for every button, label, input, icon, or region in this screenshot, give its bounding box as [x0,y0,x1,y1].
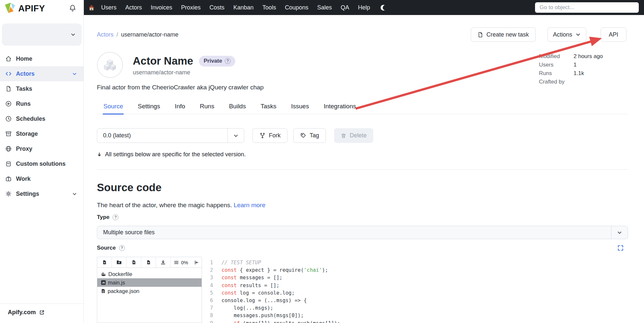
tab-settings[interactable]: Settings [137,103,161,115]
fullscreen-expand-icon[interactable] [618,245,623,251]
docker-icon [101,272,106,276]
code-text: const { expect } = require('chai'); [222,267,328,274]
js-icon: JS [101,280,106,285]
tag-button[interactable]: Tag [293,128,326,143]
zoom-control[interactable]: 0% [171,257,192,268]
version-toolbar: 0.0 (latest) Fork [97,128,373,143]
external-link-icon [39,310,45,315]
sidebar-footer-link[interactable]: Apify.com [0,303,84,316]
chevron-down-icon [70,32,76,37]
actor-title-row: Actor Name Private ? [133,55,235,67]
topnav-item-tools[interactable]: Tools [262,4,276,11]
tab-source[interactable]: Source [103,103,124,115]
topnav-item-kanban[interactable]: Kanban [233,4,253,11]
source-field-label-row: Source ? [97,245,628,251]
delete-button[interactable]: Delete [334,128,373,143]
fork-button[interactable]: Fork [253,128,287,143]
chevron-down-icon [228,133,244,138]
topnav-item-users[interactable]: Users [101,4,116,11]
code-line: 1// TEST SETUP [202,259,628,267]
sidebar-item-proxy[interactable]: Proxy [0,141,84,156]
code-line: 9 if (msgs[1]) results.push(msgs[1]); [202,320,628,323]
home-emoji-icon[interactable] [88,5,95,10]
meta-value: 1.1k [574,69,603,77]
file-item-package-json[interactable]: {}package.json [97,287,202,295]
topnav-menu: UsersActorsInvoicesProxiesCostsKanbanToo… [101,4,379,11]
clock-icon [5,115,12,122]
upload-file-icon[interactable] [127,257,141,268]
create-new-task-label: Create new task [486,31,529,38]
breadcrumb-separator: / [116,31,118,38]
sidebar-item-storage[interactable]: Storage [0,126,84,141]
go-to-object-search-input[interactable] [535,2,639,13]
notifications-bell-icon[interactable] [69,4,77,12]
meta-label: Runs [539,69,574,77]
learn-more-link[interactable]: Learn more [234,202,265,208]
tab-integrations[interactable]: Integrations [323,103,357,115]
tab-issues[interactable]: Issues [290,103,310,115]
meta-label: Crafted by [539,78,574,86]
tab-info[interactable]: Info [174,103,186,115]
topnav-item-proxies[interactable]: Proxies [181,4,201,11]
api-button[interactable]: API [601,27,626,42]
sidebar-item-label: Proxy [16,146,32,152]
tab-tasks[interactable]: Tasks [260,103,277,115]
sidebar-item-settings[interactable]: Settings [0,186,84,201]
sidebar-item-work[interactable]: Work [0,171,84,186]
sidebar-item-tasks[interactable]: Tasks [0,81,84,96]
archive-icon [5,131,12,137]
tab-runs[interactable]: Runs [199,103,215,115]
fork-label: Fork [269,132,281,139]
shopping-bag-icon [5,161,12,167]
code-text: log(...msgs); [222,304,273,312]
line-number: 1 [202,259,213,267]
visibility-badge: Private ? [199,56,235,67]
sidebar-item-schedules[interactable]: Schedules [0,111,84,126]
apify-logo-icon [4,2,16,14]
help-icon[interactable]: ? [113,214,118,220]
sidebar-item-label: Actors [16,70,35,77]
topnav-item-coupons[interactable]: Coupons [285,4,308,11]
code-line: 6console.log = (...msgs) => { [202,297,628,304]
actor-slug: username/actor-name [133,69,190,76]
account-switcher[interactable] [2,23,82,46]
source-code-subtitle: The heart of the actor, where the magic … [97,202,265,209]
file-name: main.js [108,280,125,286]
line-number: 3 [202,274,213,282]
collapse-left-icon[interactable] [194,257,202,268]
help-icon[interactable]: ? [225,58,231,64]
line-number: 7 [202,304,213,312]
sidebar-item-home[interactable]: Home [0,51,84,66]
tab-builds[interactable]: Builds [228,103,247,115]
topnav-item-actors[interactable]: Actors [125,4,142,11]
chevron-down-icon [611,230,628,235]
topnav-item-sales[interactable]: Sales [317,4,332,11]
sidebar-item-actors[interactable]: Actors [0,66,84,81]
sidebar-item-custom-solutions[interactable]: Custom solutions [0,156,84,171]
import-file-icon[interactable] [141,257,156,268]
file-item-main-js[interactable]: JSmain.js [97,278,202,287]
topnav-item-qa[interactable]: QA [341,4,349,11]
code-editor-area[interactable]: 1// TEST SETUP2const { expect } = requir… [202,257,628,323]
source-type-select[interactable]: Multiple source files [97,226,628,239]
download-icon[interactable] [156,257,171,268]
dark-mode-moon-icon[interactable] [380,4,387,11]
briefcase-icon [5,176,12,182]
sidebar-item-label: Home [16,55,32,62]
new-folder-icon[interactable] [112,257,127,268]
globe-icon [5,146,12,152]
topnav-item-invoices[interactable]: Invoices [151,4,172,11]
arrow-down-icon [97,152,102,157]
create-new-task-button[interactable]: Create new task [471,27,536,42]
topnav-item-help[interactable]: Help [358,4,370,11]
file-item-dockerfile[interactable]: Dockerfile [97,270,202,278]
new-file-icon[interactable] [97,257,112,268]
file-name: Dockerfile [108,271,132,277]
api-label: API [609,31,618,38]
topnav-item-costs[interactable]: Costs [209,4,224,11]
version-select[interactable]: 0.0 (latest) [97,128,244,143]
breadcrumb-actors-link[interactable]: Actors [97,31,114,38]
actions-dropdown-button[interactable]: Actions [547,27,586,42]
sidebar-item-runs[interactable]: Runs [0,96,84,111]
help-icon[interactable]: ? [119,245,125,251]
